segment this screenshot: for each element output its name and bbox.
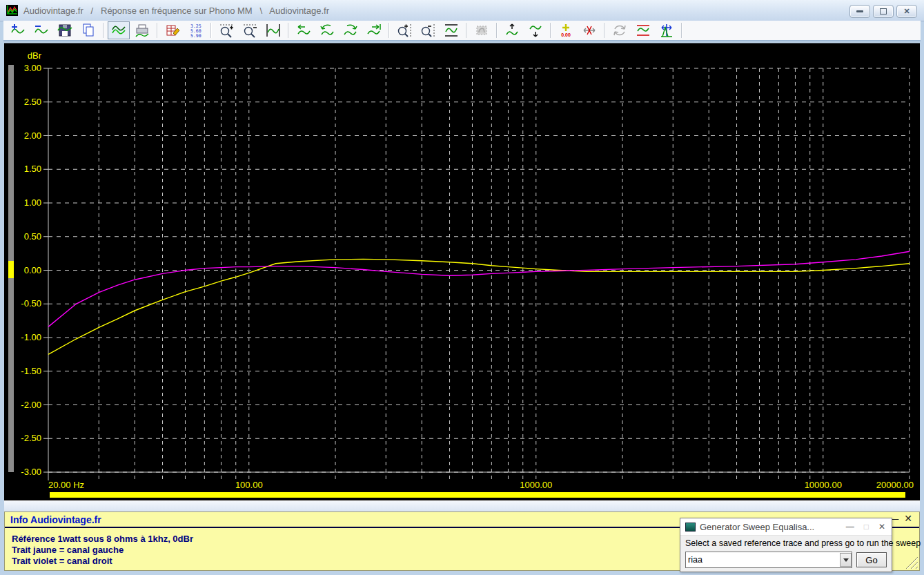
svg-text:-0.50: -0.50 — [21, 298, 41, 309]
toolbar-separator — [157, 23, 158, 38]
svg-text:2.50: 2.50 — [24, 97, 41, 107]
value-readout-icon[interactable]: 3.25 5.60 5.90 — [185, 21, 207, 39]
plot-area: -3.00-2.50-2.00-1.50-1.00-0.500.000.501.… — [4, 43, 920, 501]
print-trace-icon[interactable] — [131, 21, 153, 39]
subtract-trace-icon[interactable] — [30, 21, 52, 39]
dialog-app-icon — [685, 523, 696, 532]
copy-trace-icon[interactable] — [77, 21, 99, 39]
close-icon: ✕ — [903, 7, 910, 16]
dialog-instruction: Select a saved reference trace and press… — [685, 538, 887, 548]
window-title: Audiovintage.fr / Réponse en fréquence s… — [23, 6, 329, 16]
toolbar-separator — [389, 23, 390, 38]
add-trace-icon[interactable] — [7, 21, 29, 39]
shift-trace-right-icon[interactable] — [363, 21, 385, 39]
next-sweep-icon[interactable] — [340, 21, 362, 39]
svg-text:2.00: 2.00 — [24, 130, 41, 141]
frequency-response-chart: -3.00-2.50-2.00-1.50-1.00-0.500.000.501.… — [4, 43, 920, 501]
minimize-icon — [856, 10, 863, 12]
restore-icon — [880, 8, 887, 14]
svg-text:0.00: 0.00 — [24, 265, 41, 275]
close-button[interactable]: ✕ — [896, 5, 917, 18]
minimize-button[interactable] — [849, 5, 870, 18]
zero-offset-icon[interactable]: 0.00 — [555, 21, 577, 39]
svg-text:-2.00: -2.00 — [21, 400, 41, 410]
fit-vertical-icon[interactable] — [440, 21, 462, 39]
shift-trace-left-icon[interactable] — [293, 21, 315, 39]
reference-trace-input[interactable] — [686, 554, 840, 566]
svg-text:-1.00: -1.00 — [21, 332, 41, 342]
zoom-out-horizontal-icon[interactable] — [239, 21, 261, 39]
combobox-dropdown-button[interactable] — [840, 553, 852, 567]
app-chart-icon — [6, 5, 18, 16]
clear-offset-icon[interactable] — [578, 21, 600, 39]
dialog-title-bar[interactable]: Generator Sweep Equalisa... — □ ✕ — [680, 518, 892, 536]
svg-text:20000.00: 20000.00 — [876, 480, 914, 490]
display-trace-icon[interactable] — [108, 21, 130, 39]
go-button[interactable]: Go — [856, 552, 887, 567]
svg-text:3.00: 3.00 — [24, 63, 41, 73]
svg-text:0.00: 0.00 — [561, 32, 571, 37]
dialog-title: Generator Sweep Equalisa... — [700, 522, 846, 532]
dialog-maximize-icon: □ — [864, 522, 869, 532]
chevron-down-icon — [843, 558, 849, 562]
svg-text:5.90: 5.90 — [190, 33, 201, 38]
info-panel-title: Info Audiovintage.fr — [10, 514, 101, 525]
svg-text:-2.50: -2.50 — [21, 433, 41, 443]
trace-right-channel — [48, 251, 910, 327]
sweep-progress-bar — [50, 492, 905, 498]
pan-tool-icon[interactable] — [471, 21, 493, 39]
svg-text:1.00: 1.00 — [24, 197, 41, 208]
svg-text:20.00 Hz: 20.00 Hz — [48, 480, 84, 490]
swap-traces-icon[interactable] — [609, 21, 631, 39]
toolbar-separator — [210, 23, 212, 38]
trace-left-channel — [48, 259, 910, 354]
restore-button[interactable] — [873, 5, 894, 18]
cursor-marker-icon[interactable] — [656, 21, 678, 39]
fit-horizontal-icon[interactable] — [262, 21, 284, 39]
toolbar-separator — [103, 23, 104, 38]
toolbar: 3.25 5.60 5.90 — [3, 21, 921, 41]
svg-text:dBr: dBr — [28, 50, 42, 61]
limit-lines-icon[interactable] — [632, 21, 654, 39]
edit-values-icon[interactable] — [161, 21, 184, 39]
toolbar-separator — [496, 23, 498, 38]
svg-text:-1.50: -1.50 — [21, 366, 41, 376]
toolbar-separator — [604, 23, 605, 38]
info-close-icon[interactable]: ✕ — [904, 513, 912, 524]
toolbar-separator — [288, 23, 289, 38]
toolbar-separator — [681, 23, 682, 38]
dialog-minimize-icon[interactable]: — — [846, 522, 854, 532]
title-bar[interactable]: Audiovintage.fr / Réponse en fréquence s… — [0, 0, 924, 21]
svg-text:100.00: 100.00 — [235, 480, 263, 490]
save-trace-icon[interactable] — [54, 21, 76, 39]
svg-text:1000.00: 1000.00 — [520, 480, 552, 490]
app-window: Audiovintage.fr / Réponse en fréquence s… — [0, 0, 924, 575]
svg-text:0.50: 0.50 — [24, 231, 41, 242]
zoom-in-vertical-icon[interactable] — [393, 21, 415, 39]
svg-text:-3.00: -3.00 — [21, 467, 41, 477]
reference-trace-combobox[interactable] — [685, 552, 852, 568]
svg-text:1.50: 1.50 — [24, 164, 41, 174]
zoom-in-horizontal-icon[interactable] — [215, 21, 237, 39]
previous-sweep-icon[interactable] — [316, 21, 338, 39]
zoom-out-vertical-icon[interactable] — [417, 21, 439, 39]
svg-text:10000.00: 10000.00 — [805, 480, 842, 490]
toolbar-separator — [550, 23, 551, 38]
toolbar-separator — [466, 23, 467, 38]
shift-trace-down-icon[interactable] — [524, 21, 547, 39]
generator-sweep-dialog: Generator Sweep Equalisa... — □ ✕ Select… — [680, 518, 892, 572]
dialog-close-icon[interactable]: ✕ — [878, 522, 885, 532]
shift-trace-up-icon[interactable] — [501, 21, 523, 39]
